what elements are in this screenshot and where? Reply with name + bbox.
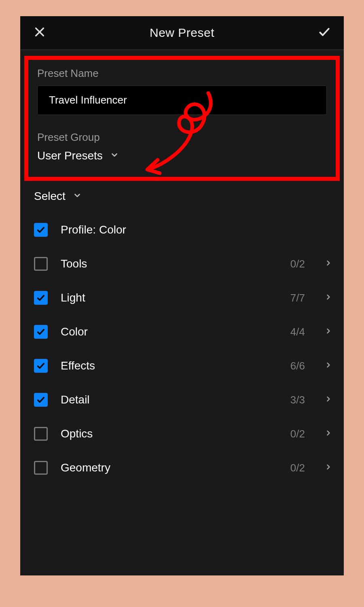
option-checkbox[interactable] (34, 257, 48, 271)
highlighted-form-area: Preset Name Preset Group User Presets (24, 56, 340, 181)
option-label: Effects (61, 359, 277, 372)
close-icon (34, 26, 45, 39)
option-count: 3/3 (290, 394, 305, 406)
option-row[interactable]: Detail3/3 (34, 393, 332, 407)
preset-name-label: Preset Name (37, 67, 327, 80)
panel-header: New Preset (20, 16, 344, 50)
close-button[interactable] (32, 25, 48, 41)
confirm-button[interactable] (316, 25, 332, 41)
chevron-right-icon (324, 463, 332, 473)
chevron-down-icon (73, 191, 82, 202)
option-row[interactable]: Profile: Color (34, 223, 332, 237)
option-checkbox[interactable] (34, 393, 48, 407)
option-count: 6/6 (290, 360, 305, 372)
option-label: Profile: Color (61, 223, 332, 236)
option-label: Light (61, 291, 277, 304)
preset-group-value: User Presets (37, 149, 103, 162)
option-label: Tools (61, 257, 277, 270)
preset-group-label: Preset Group (37, 131, 327, 144)
option-checkbox[interactable] (34, 427, 48, 441)
chevron-right-icon (324, 327, 332, 337)
option-count: 4/4 (290, 326, 305, 338)
option-label: Color (61, 325, 277, 338)
chevron-right-icon (324, 293, 332, 303)
option-checkbox[interactable] (34, 325, 48, 339)
select-label: Select (34, 190, 66, 203)
options-list: Profile: ColorTools0/2Light7/7Color4/4Ef… (20, 207, 344, 475)
option-row[interactable]: Color4/4 (34, 325, 332, 339)
chevron-right-icon (324, 395, 332, 405)
panel-title: New Preset (48, 26, 316, 40)
option-checkbox[interactable] (34, 223, 48, 237)
option-count: 0/2 (290, 258, 305, 270)
preset-group-dropdown[interactable]: User Presets (37, 149, 327, 162)
chevron-right-icon (324, 429, 332, 439)
option-row[interactable]: Tools0/2 (34, 257, 332, 271)
option-label: Detail (61, 393, 277, 406)
option-checkbox[interactable] (34, 359, 48, 373)
chevron-down-icon (110, 151, 119, 161)
chevron-right-icon (324, 361, 332, 371)
option-checkbox[interactable] (34, 461, 48, 475)
select-dropdown[interactable]: Select (20, 181, 344, 207)
option-label: Optics (61, 427, 277, 440)
option-row[interactable]: Effects6/6 (34, 359, 332, 373)
option-row[interactable]: Light7/7 (34, 291, 332, 305)
chevron-right-icon (324, 259, 332, 269)
option-checkbox[interactable] (34, 291, 48, 305)
preset-name-input[interactable] (37, 85, 327, 115)
new-preset-panel: New Preset Preset Name Preset Group User… (20, 16, 344, 575)
option-count: 0/2 (290, 462, 305, 474)
option-label: Geometry (61, 461, 277, 474)
option-count: 0/2 (290, 428, 305, 440)
check-icon (318, 25, 331, 40)
option-row[interactable]: Optics0/2 (34, 427, 332, 441)
option-count: 7/7 (290, 292, 305, 304)
option-row[interactable]: Geometry0/2 (34, 461, 332, 475)
